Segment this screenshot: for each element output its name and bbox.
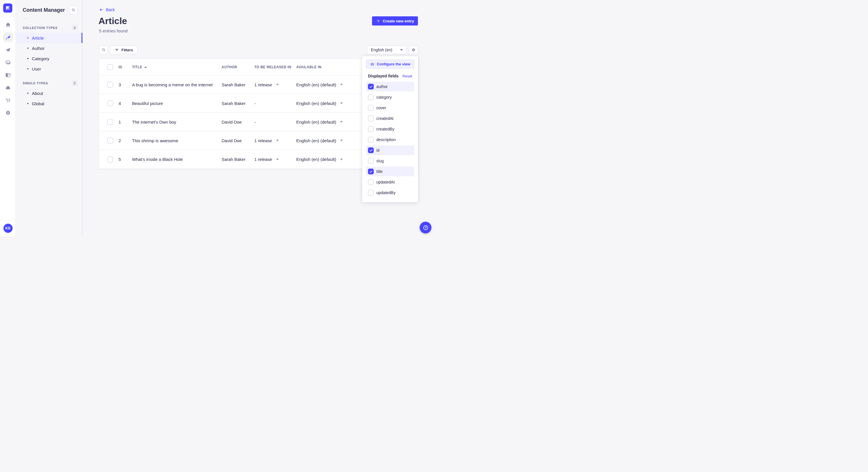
bullet-icon [27, 37, 28, 38]
bullet-icon [27, 58, 28, 59]
user-avatar[interactable]: KD [3, 224, 12, 233]
releases-icon [5, 47, 11, 53]
field-toggle-description[interactable]: description [366, 135, 414, 144]
section-label: SINGLE TYPES [23, 81, 48, 85]
content-type-builder-nav-item[interactable] [3, 70, 13, 80]
field-toggle-updatedBy[interactable]: updatedBy [366, 188, 414, 198]
single-types-section-header: SINGLE TYPES 2 [16, 74, 82, 88]
table-search-button[interactable] [99, 45, 108, 54]
row-checkbox[interactable] [107, 100, 113, 106]
cloud-icon [5, 85, 11, 91]
row-checkbox[interactable] [107, 157, 113, 162]
cell-releases: - [254, 101, 296, 106]
field-checkbox[interactable] [368, 169, 374, 174]
cell-author: David Doe [222, 120, 254, 125]
home-nav-item[interactable] [3, 20, 13, 30]
field-toggle-slug[interactable]: slug [366, 156, 414, 166]
filters-button[interactable]: Filters [110, 45, 137, 54]
sidebar-item-about[interactable]: About [16, 88, 82, 98]
field-checkbox[interactable] [368, 179, 374, 185]
cell-author: Sarah Baker [222, 101, 254, 106]
marketplace-nav-item[interactable] [3, 96, 13, 105]
field-checkbox[interactable] [368, 190, 374, 196]
plus-icon [376, 19, 381, 23]
field-label: cover [376, 105, 386, 110]
sidebar-search-button[interactable] [69, 6, 78, 14]
strapi-logo[interactable] [3, 3, 12, 12]
help-button[interactable] [420, 222, 431, 233]
sidebar-title: Content Manager [23, 7, 65, 13]
cell-id: 1 [119, 120, 132, 125]
caret-down-icon [276, 140, 279, 141]
bullet-icon [27, 93, 28, 94]
cell-title: A bug is becoming a meme on the internet [132, 82, 222, 87]
sidebar-item-user[interactable]: User [16, 64, 82, 74]
field-toggle-category[interactable]: category [366, 92, 414, 102]
marketplace-icon [5, 97, 11, 103]
entries-count: 5 entries found [99, 28, 127, 33]
settings-nav-item[interactable] [3, 108, 13, 118]
field-label: author [376, 84, 388, 89]
locale-select[interactable]: English (en) [367, 45, 406, 54]
field-toggle-title[interactable]: title [366, 167, 414, 176]
cell-id: 2 [119, 138, 132, 143]
view-settings-button[interactable] [409, 45, 418, 54]
create-new-entry-button[interactable]: Create new entry [372, 16, 418, 26]
caret-down-icon [340, 84, 343, 86]
content-manager-nav-item[interactable] [3, 32, 13, 42]
cell-releases[interactable]: 1 release [254, 82, 296, 87]
cell-id: 5 [119, 157, 132, 162]
releases-nav-item[interactable] [3, 45, 13, 55]
caret-down-icon [340, 102, 343, 104]
field-checkbox[interactable] [368, 105, 374, 111]
row-checkbox[interactable] [107, 138, 113, 143]
row-checkbox[interactable] [107, 82, 113, 88]
field-toggle-createdBy[interactable]: createdBy [366, 124, 414, 134]
sidebar-item-label: About [32, 91, 43, 96]
sidebar-item-global[interactable]: Global [16, 98, 82, 109]
rail-footer: KD [0, 220, 16, 236]
sidebar-item-article[interactable]: Article [16, 33, 82, 43]
configure-view-icon [370, 62, 375, 67]
field-checkbox[interactable] [368, 137, 374, 142]
column-header-id[interactable]: ID [119, 65, 132, 69]
sidebar-item-author[interactable]: Author [16, 43, 82, 53]
field-checkbox[interactable] [368, 126, 374, 132]
field-label: description [376, 137, 396, 142]
check-icon [369, 85, 373, 89]
field-toggle-updatedAt[interactable]: updatedAt [366, 177, 414, 187]
row-checkbox[interactable] [107, 119, 113, 125]
media-library-nav-item[interactable] [3, 58, 13, 67]
field-checkbox[interactable] [368, 147, 374, 153]
section-label: COLLECTION TYPES [23, 26, 57, 30]
cloud-nav-item[interactable] [3, 83, 13, 93]
field-checkbox[interactable] [368, 158, 374, 164]
field-toggle-author[interactable]: author [366, 82, 414, 92]
field-label: category [376, 95, 392, 100]
check-icon [369, 148, 373, 152]
caret-down-icon [340, 121, 343, 123]
cell-releases[interactable]: 1 release [254, 138, 296, 143]
search-icon [71, 8, 76, 12]
sidebar-item-label: Author [32, 46, 44, 51]
field-checkbox[interactable] [368, 115, 374, 121]
sort-ascending-icon [144, 66, 147, 68]
field-toggle-createdAt[interactable]: createdAt [366, 113, 414, 123]
field-toggle-id[interactable]: id [366, 145, 414, 155]
select-all-checkbox[interactable] [107, 64, 113, 70]
reset-fields-button[interactable]: Reset [402, 74, 412, 78]
configure-view-button[interactable]: Configure the view [366, 60, 414, 69]
field-checkbox[interactable] [368, 94, 374, 100]
gear-icon [411, 47, 416, 53]
sidebar-item-category[interactable]: Category [16, 53, 82, 64]
cell-author: Sarah Baker [222, 157, 254, 162]
field-checkbox[interactable] [368, 84, 374, 90]
back-link[interactable]: Back [99, 7, 115, 12]
question-mark-icon [423, 225, 429, 231]
displayed-fields-title: Displayed fields [368, 74, 399, 78]
column-header-title[interactable]: TITLE [132, 65, 222, 69]
bullet-icon [27, 47, 28, 49]
content-manager-sidebar: Content Manager COLLECTION TYPES 4 Artic… [16, 0, 83, 236]
field-toggle-cover[interactable]: cover [366, 103, 414, 113]
cell-releases[interactable]: 1 release [254, 157, 296, 162]
